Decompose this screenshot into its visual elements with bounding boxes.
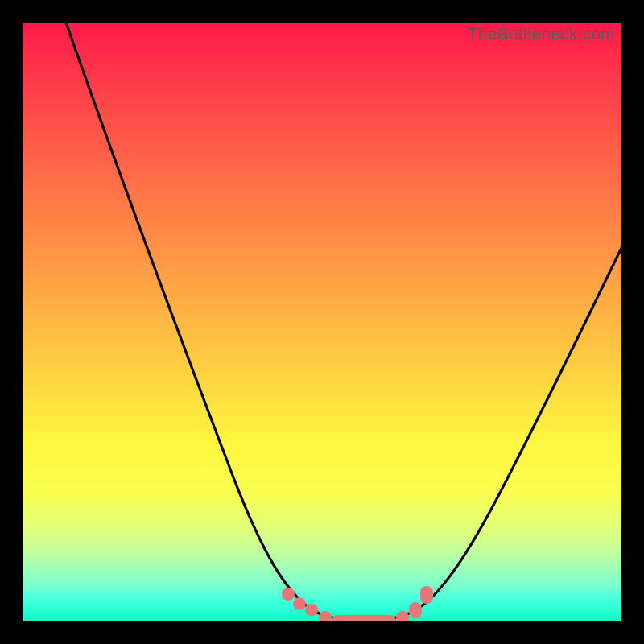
marker-pill: [420, 586, 433, 604]
marker-flat-segment: [332, 615, 396, 621]
marker-dot: [282, 588, 295, 601]
marker-dot: [293, 597, 306, 610]
watermark-text: TheBottleneck.com: [468, 24, 615, 43]
marker-pill: [305, 604, 318, 616]
marker-dot: [319, 611, 332, 621]
marker-layer: [23, 23, 621, 621]
marker-pill: [409, 602, 422, 618]
chart-plot-area: TheBottleneck.com: [23, 23, 621, 621]
marker-dot: [396, 611, 409, 621]
